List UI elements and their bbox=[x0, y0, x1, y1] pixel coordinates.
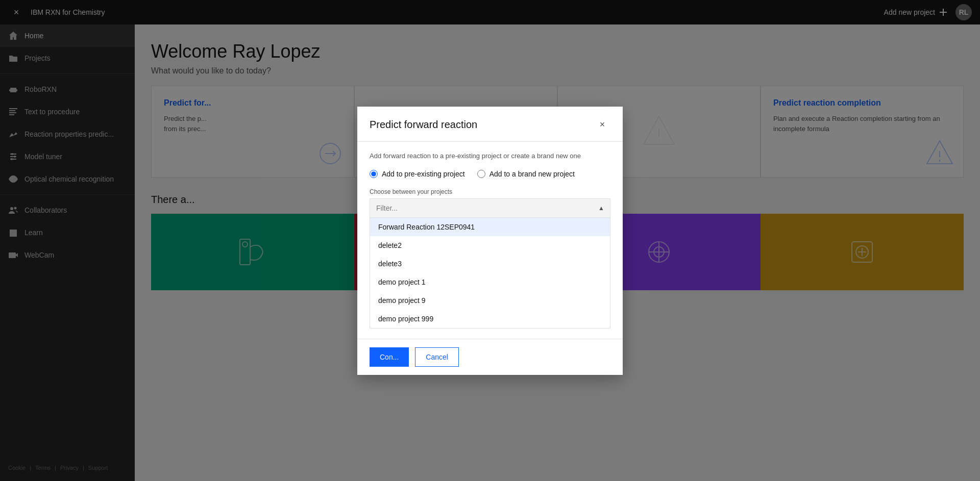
modal-footer: Con... Cancel bbox=[357, 339, 623, 375]
modal-close-button[interactable]: × bbox=[594, 117, 610, 133]
modal: Predict forward reaction × Add forward r… bbox=[357, 107, 623, 375]
radio-pre-existing[interactable]: Add to pre-existing project bbox=[370, 170, 465, 178]
radio-brand-new[interactable]: Add to a brand new project bbox=[477, 170, 575, 178]
dropdown-item-5[interactable]: demo project 999 bbox=[370, 310, 610, 328]
dropdown-item-2[interactable]: delete3 bbox=[370, 255, 610, 273]
filter-input[interactable] bbox=[370, 198, 610, 218]
dropdown-list: Forward Reaction 12SEP0941 delete2 delet… bbox=[370, 218, 610, 328]
radio-brand-new-input[interactable] bbox=[477, 170, 485, 178]
modal-subtitle: Add forward reaction to a pre-existing p… bbox=[370, 152, 610, 160]
confirm-button[interactable]: Con... bbox=[370, 347, 409, 367]
filter-container: ▲ bbox=[370, 198, 610, 218]
radio-brand-new-label: Add to a brand new project bbox=[489, 170, 575, 178]
dropdown-item-3[interactable]: demo project 1 bbox=[370, 273, 610, 291]
modal-title: Predict forward reaction bbox=[370, 119, 477, 131]
dropdown-item-0[interactable]: Forward Reaction 12SEP0941 bbox=[370, 218, 610, 236]
dropdown-item-1[interactable]: delete2 bbox=[370, 236, 610, 255]
modal-overlay: Predict forward reaction × Add forward r… bbox=[0, 0, 980, 481]
modal-header: Predict forward reaction × bbox=[357, 107, 623, 142]
radio-pre-existing-label: Add to pre-existing project bbox=[382, 170, 465, 178]
dropdown-item-4[interactable]: demo project 9 bbox=[370, 291, 610, 310]
radio-pre-existing-input[interactable] bbox=[370, 170, 378, 178]
cancel-button[interactable]: Cancel bbox=[415, 347, 459, 367]
modal-body: Add forward reaction to a pre-existing p… bbox=[357, 142, 623, 339]
radio-group: Add to pre-existing project Add to a bra… bbox=[370, 170, 610, 178]
choose-projects-label: Choose between your projects bbox=[370, 188, 610, 195]
